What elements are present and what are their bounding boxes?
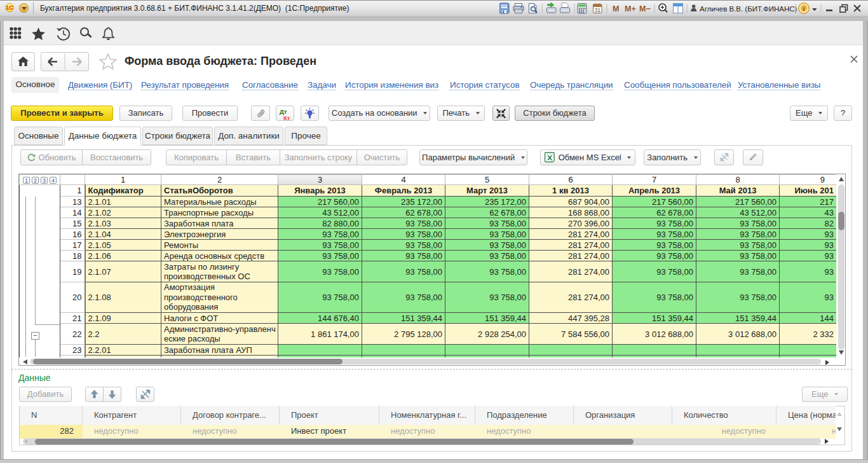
- svg-text:M+: M+: [625, 4, 636, 13]
- svg-text:31: 31: [594, 7, 600, 13]
- svg-text:M−: M−: [639, 4, 651, 13]
- svg-text:Агличев В.В. (БИТ.ФИНАНС): Агличев В.В. (БИТ.ФИНАНС): [700, 5, 797, 13]
- svg-text:i: i: [803, 5, 805, 12]
- svg-text:M: M: [613, 4, 619, 13]
